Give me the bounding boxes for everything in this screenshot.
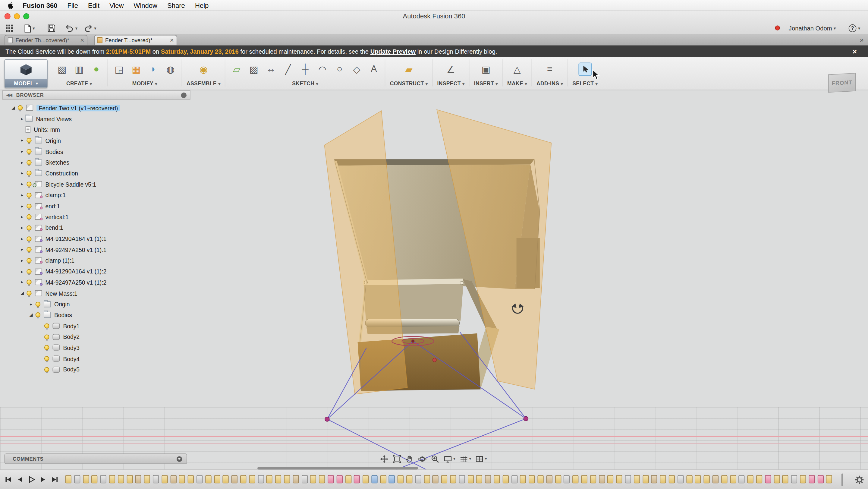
timeline-feature-icon[interactable] — [214, 475, 220, 484]
ribbon-group-label[interactable]: INSERT▾ — [474, 80, 498, 86]
go-to-end-button[interactable] — [51, 476, 59, 484]
document-tab-active[interactable]: Fender T...overed)*× — [94, 35, 177, 45]
timeline-feature-icon[interactable] — [100, 475, 106, 484]
tree-collapsed-icon[interactable]: ▸ — [19, 204, 25, 209]
create-sketch-icon[interactable]: ▱ — [230, 63, 243, 76]
timeline-feature-icon[interactable] — [424, 475, 430, 484]
ribbon-group-label[interactable]: ASSEMBLE▾ — [187, 80, 221, 86]
tree-collapsed-icon[interactable]: ▸ — [19, 116, 25, 122]
timeline-feature-icon[interactable] — [433, 475, 438, 484]
apple-menu-icon[interactable] — [7, 1, 14, 9]
browser-options-icon[interactable] — [181, 92, 187, 98]
visibility-bulb-icon[interactable] — [27, 160, 32, 165]
timeline-feature-icon[interactable] — [144, 475, 150, 484]
tree-collapsed-icon[interactable]: ▸ — [19, 160, 25, 165]
timeline-feature-icon[interactable] — [363, 475, 369, 484]
timeline-feature-icon[interactable] — [188, 475, 194, 484]
timeline-feature-icon[interactable] — [625, 475, 631, 484]
tree-item[interactable]: ◢Fender Two v1 (v1~recovered) — [2, 102, 190, 113]
timeline-feature-icon[interactable] — [765, 475, 771, 484]
timeline-feature-icon[interactable] — [721, 475, 727, 484]
ribbon-group-label[interactable]: ADD-INS▾ — [536, 80, 563, 86]
timeline-feature-icon[interactable] — [712, 475, 718, 484]
timeline-feature-icon[interactable] — [301, 475, 307, 484]
timeline-feature-icon[interactable] — [406, 475, 412, 484]
visibility-bulb-icon[interactable] — [27, 214, 32, 219]
viewcube[interactable]: FRONT — [828, 73, 856, 93]
tree-item[interactable]: ▸clamp (1):1 — [2, 255, 190, 266]
menu-edit[interactable]: Edit — [88, 1, 99, 9]
timeline-feature-icon[interactable] — [634, 475, 640, 484]
tree-expanded-icon[interactable]: ◢ — [19, 291, 25, 296]
visibility-bulb-icon[interactable] — [44, 324, 50, 329]
visibility-bulb-icon[interactable] — [27, 193, 32, 198]
select-icon[interactable] — [578, 63, 592, 76]
timeline-feature-icon[interactable] — [170, 475, 176, 484]
redo-button[interactable]: ▾ — [84, 24, 96, 32]
timeline-feature-icon[interactable] — [267, 475, 273, 484]
timeline-feature-icon[interactable] — [328, 475, 334, 484]
ribbon-group-label[interactable]: MAKE▾ — [507, 80, 527, 86]
tree-item[interactable]: ▸M4-91290A164 v1 (1):2 — [2, 266, 190, 277]
tree-item[interactable]: ▸bend:1 — [2, 222, 190, 233]
timeline-feature-icon[interactable] — [293, 475, 299, 484]
timeline-feature-icon[interactable] — [196, 475, 203, 484]
timeline-feature-icon[interactable] — [599, 475, 605, 484]
orbit-icon[interactable] — [418, 454, 427, 464]
document-tab[interactable]: Fender Th...covered)*× — [4, 35, 88, 45]
timeline-feature-icon[interactable] — [547, 475, 553, 484]
visibility-bulb-icon[interactable] — [36, 302, 41, 307]
tree-item[interactable]: ▸Construction — [2, 168, 190, 179]
timeline-feature-icon[interactable] — [275, 475, 281, 484]
insert-image-icon[interactable]: ▣ — [479, 63, 493, 76]
timeline-settings-gear-icon[interactable] — [855, 475, 864, 487]
timeline-feature-icon[interactable] — [118, 475, 124, 484]
timeline-feature-icon[interactable] — [415, 475, 421, 484]
fillet-icon[interactable]: ◗ — [147, 63, 160, 76]
menu-view[interactable]: View — [110, 1, 124, 9]
tree-collapsed-icon[interactable]: ▸ — [19, 214, 25, 219]
timeline-feature-icon[interactable] — [240, 475, 246, 484]
new-component-icon[interactable]: ▧ — [56, 63, 69, 76]
tree-item[interactable]: Body1 — [2, 320, 190, 331]
polygon-icon[interactable]: ◇ — [350, 63, 363, 76]
timeline-feature-icon[interactable] — [467, 475, 473, 484]
timeline-feature-icon[interactable] — [756, 475, 762, 484]
timeline-feature-icon[interactable] — [135, 475, 141, 484]
tree-collapsed-icon[interactable]: ▸ — [19, 269, 25, 274]
visibility-bulb-icon[interactable] — [18, 105, 23, 111]
timeline-feature-icon[interactable] — [258, 475, 264, 484]
tree-collapsed-icon[interactable]: ▸ — [19, 236, 25, 242]
timeline-end-marker[interactable] — [841, 473, 843, 486]
banner-link[interactable]: Update Preview — [370, 48, 415, 55]
pan-hand-icon[interactable] — [405, 454, 414, 464]
ribbon-group-label[interactable]: INSPECT▾ — [437, 80, 465, 86]
timeline-feature-icon[interactable] — [109, 475, 115, 484]
tree-item[interactable]: ▸M4-92497A250 v1 (1):2 — [2, 277, 190, 287]
sketch-text-icon[interactable]: A — [367, 63, 380, 76]
timeline-feature-icon[interactable] — [782, 475, 788, 484]
timeline-feature-icon[interactable] — [564, 475, 570, 484]
panel-collapse-icon[interactable]: ◀◀ — [6, 93, 12, 98]
visibility-bulb-icon[interactable] — [27, 280, 32, 285]
tree-collapsed-icon[interactable]: ▸ — [19, 193, 25, 198]
edit-form-icon[interactable]: ▦ — [130, 63, 143, 76]
timeline-feature-icon[interactable] — [669, 475, 675, 484]
zoom-fit-icon[interactable] — [393, 454, 401, 464]
banner-close-icon[interactable]: × — [852, 45, 857, 57]
tree-collapsed-icon[interactable]: ▸ — [28, 302, 34, 307]
timeline-feature-icon[interactable] — [459, 475, 465, 484]
visibility-bulb-icon[interactable] — [27, 269, 32, 274]
tab-close-icon[interactable]: × — [80, 37, 84, 43]
construction-plane-icon[interactable]: ▰ — [402, 63, 415, 76]
help-button[interactable]: ?▾ — [849, 24, 861, 32]
timeline-feature-icon[interactable] — [398, 475, 404, 484]
tree-item[interactable]: ▸Bodies — [2, 146, 190, 157]
visibility-bulb-icon[interactable] — [27, 204, 32, 209]
timeline-feature-icon[interactable] — [616, 475, 622, 484]
visibility-bulb-icon[interactable] — [44, 345, 50, 350]
timeline-feature-icon[interactable] — [494, 475, 500, 484]
tree-collapsed-icon[interactable]: ▸ — [19, 247, 25, 252]
play-button[interactable] — [28, 476, 36, 484]
tree-item[interactable]: ▸M4-91290A164 v1 (1):1 — [2, 233, 190, 244]
